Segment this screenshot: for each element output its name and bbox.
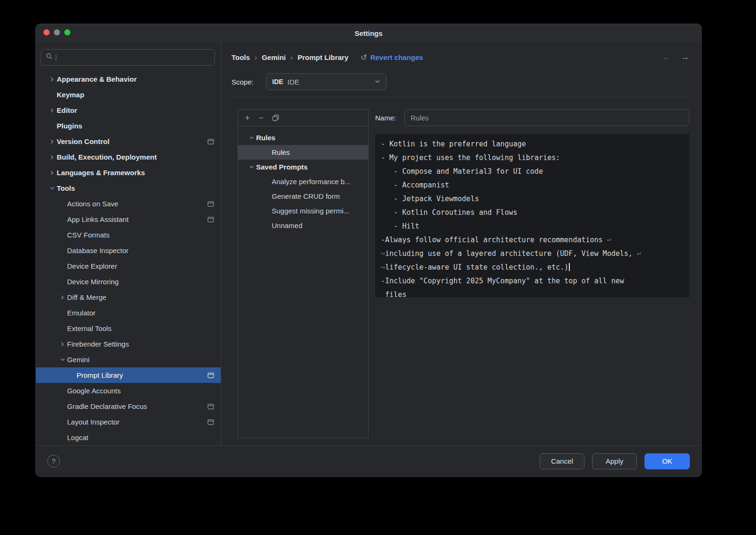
sidebar-item-prompt-library[interactable]: Prompt Library [36,367,221,383]
prompt-list-toolbar: + − [238,110,368,127]
add-prompt-button[interactable]: + [245,113,250,122]
breadcrumb-tools[interactable]: Tools [232,53,250,61]
sidebar-item-editor[interactable]: Editor [36,102,221,118]
apply-button[interactable]: Apply [592,453,637,469]
sidebar-item-gradle-declarative-focus[interactable]: Gradle Declarative Focus [36,399,221,414]
prompt-line: - Hilt [381,220,684,233]
sidebar-item-keymap[interactable]: Keymap [36,87,221,102]
prompt-text-editor[interactable]: - Kotlin is the preferred language - My … [375,134,689,297]
sidebar-item-label: Diff & Merge [67,293,106,301]
scope-dropdown[interactable]: IDE IDE [266,73,387,90]
revert-changes-link[interactable]: ↺ Revert changes [361,53,423,62]
sidebar-item-label: Google Accounts [67,387,120,395]
settings-sidebar: Appearance & Behavior Keymap Editor Plug… [36,42,221,445]
back-arrow-icon[interactable]: ← [662,52,671,62]
sidebar-item-device-explorer[interactable]: Device Explorer [36,258,221,274]
sidebar-item-build-execution-deployment[interactable]: Build, Execution, Deployment [36,149,221,165]
sidebar-item-label: App Links Assistant [67,215,129,223]
chevron-down-icon[interactable] [247,165,256,169]
prompt-item-rules[interactable]: Rules [238,145,368,160]
text-caret [569,263,570,271]
settings-window: Settings Appearance & Behavior Keymap [35,24,702,477]
remove-prompt-button[interactable]: − [258,113,264,122]
soft-wrap-icon: ↪ [381,263,385,272]
help-button[interactable]: ? [47,455,60,467]
forward-arrow-icon[interactable]: → [680,52,689,62]
sidebar-item-app-links-assistant[interactable]: App Links Assistant [36,212,221,227]
sidebar-item-emulator[interactable]: Emulator [36,305,221,321]
copy-prompt-button[interactable] [272,114,279,121]
prompt-item-generate-crud-form[interactable]: Generate CRUD form [238,189,368,204]
prompt-list-panel: + − Rules Rules [238,109,369,438]
sidebar-item-firebender-settings[interactable]: Firebender Settings [36,336,221,352]
sidebar-item-layout-inspector[interactable]: Layout Inspector [36,414,221,430]
chevron-right-icon[interactable] [47,77,57,81]
ide-scope-icon [207,373,214,378]
cancel-button[interactable]: Cancel [540,453,584,469]
minimize-window-button[interactable] [54,29,60,35]
zoom-window-button[interactable] [64,29,70,35]
scope-row: Scope: IDE IDE [232,73,689,90]
prompt-line: - My project uses the following librarie… [381,151,684,165]
search-input[interactable] [41,49,215,66]
sidebar-item-device-mirroring[interactable]: Device Mirroring [36,274,221,289]
prompt-group-label: Rules [256,134,275,142]
prompt-name-input[interactable]: Rules [404,109,689,126]
chevron-right-icon[interactable] [47,140,57,144]
breadcrumb-gemini[interactable]: Gemini [262,53,286,61]
sidebar-item-label: Tools [57,184,75,192]
prompt-line: - Kotlin Coroutines and Flows [381,206,684,220]
sidebar-item-label: Logcat [67,433,88,442]
sidebar-item-google-accounts[interactable]: Google Accounts [36,383,221,399]
breadcrumb-separator: › [291,53,293,61]
chevron-right-icon[interactable] [47,155,57,159]
chevron-right-icon[interactable] [58,296,67,299]
horizontal-divider [232,97,689,97]
sidebar-item-plugins[interactable]: Plugins [36,118,221,134]
chevron-right-icon[interactable] [58,342,67,346]
traffic-lights [43,29,70,35]
scope-tag: IDE [272,78,283,85]
chevron-right-icon[interactable] [47,109,57,112]
prompt-line: ↪including use of a layered architecture… [381,247,684,261]
ide-scope-icon [207,139,214,144]
sidebar-item-gemini[interactable]: Gemini [36,352,221,367]
name-label: Name: [375,114,404,122]
sidebar-item-label: External Tools [67,324,112,332]
chevron-down-icon[interactable] [58,358,67,362]
chevron-down-icon[interactable] [247,136,256,140]
prompt-item-label: Generate CRUD form [272,192,340,200]
chevron-down-icon[interactable] [47,187,57,190]
prompt-item-label: Suggest missing permi... [272,207,349,215]
breadcrumb: Tools › Gemini › Prompt Library ↺ Revert… [232,49,689,66]
sidebar-item-csv-formats[interactable]: CSV Formats [36,227,221,243]
ide-scope-icon [207,419,214,425]
sidebar-item-appearance-behavior[interactable]: Appearance & Behavior [36,71,221,87]
sidebar-item-external-tools[interactable]: External Tools [36,321,221,336]
prompt-item-suggest-missing-permissions[interactable]: Suggest missing permi... [238,204,368,218]
prompt-item-label: Rules [272,148,290,156]
prompt-item-analyze-performance[interactable]: Analyze performance b... [238,174,368,189]
sidebar-item-label: Firebender Settings [67,340,129,348]
sidebar-item-label: Build, Execution, Deployment [57,153,157,161]
sidebar-item-database-inspector[interactable]: Database Inspector [36,243,221,258]
sidebar-item-actions-on-save[interactable]: Actions on Save [36,196,221,212]
sidebar-item-logcat[interactable]: Logcat [36,430,221,445]
ok-button[interactable]: OK [644,453,690,469]
sidebar-item-label: Database Inspector [67,246,129,255]
sidebar-item-languages-frameworks[interactable]: Languages & Frameworks [36,165,221,180]
prompt-line: - Compose and Material3 for UI code [381,165,684,178]
close-window-button[interactable] [43,29,50,35]
ide-scope-icon [207,201,214,207]
prompt-item-unnamed[interactable]: Unnamed [238,218,368,233]
sidebar-item-label: Layout Inspector [67,418,120,426]
prompt-group-saved-prompts[interactable]: Saved Prompts [238,160,368,174]
chevron-right-icon[interactable] [47,171,57,175]
prompt-group-rules[interactable]: Rules [238,130,368,145]
sidebar-item-version-control[interactable]: Version Control [36,134,221,149]
search-icon [46,53,53,62]
revert-icon: ↺ [361,53,367,62]
chevron-down-icon [375,80,380,84]
sidebar-item-diff-merge[interactable]: Diff & Merge [36,289,221,305]
sidebar-item-tools[interactable]: Tools [36,180,221,196]
